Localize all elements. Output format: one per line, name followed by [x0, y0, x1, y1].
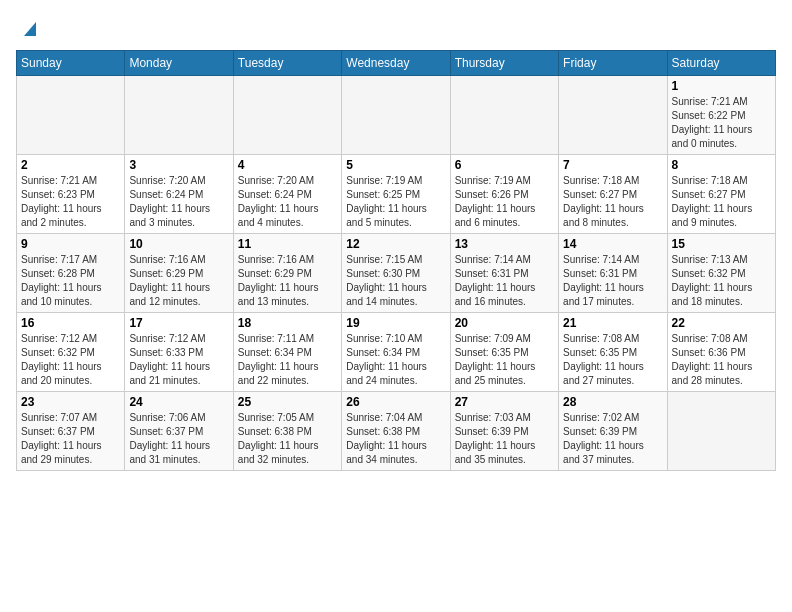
day-number: 3 — [129, 158, 228, 172]
calendar-cell: 6Sunrise: 7:19 AMSunset: 6:26 PMDaylight… — [450, 155, 558, 234]
day-info: Sunrise: 7:03 AMSunset: 6:39 PMDaylight:… — [455, 411, 554, 467]
calendar-cell: 13Sunrise: 7:14 AMSunset: 6:31 PMDayligh… — [450, 234, 558, 313]
day-info: Sunrise: 7:18 AMSunset: 6:27 PMDaylight:… — [563, 174, 662, 230]
calendar-cell — [233, 76, 341, 155]
day-info: Sunrise: 7:12 AMSunset: 6:32 PMDaylight:… — [21, 332, 120, 388]
calendar-cell: 4Sunrise: 7:20 AMSunset: 6:24 PMDaylight… — [233, 155, 341, 234]
calendar-cell: 10Sunrise: 7:16 AMSunset: 6:29 PMDayligh… — [125, 234, 233, 313]
day-number: 28 — [563, 395, 662, 409]
calendar-cell — [342, 76, 450, 155]
logo-icon — [20, 18, 40, 38]
day-number: 24 — [129, 395, 228, 409]
day-info: Sunrise: 7:16 AMSunset: 6:29 PMDaylight:… — [129, 253, 228, 309]
day-info: Sunrise: 7:04 AMSunset: 6:38 PMDaylight:… — [346, 411, 445, 467]
day-number: 18 — [238, 316, 337, 330]
day-number: 17 — [129, 316, 228, 330]
calendar-cell: 9Sunrise: 7:17 AMSunset: 6:28 PMDaylight… — [17, 234, 125, 313]
day-number: 8 — [672, 158, 771, 172]
calendar-header-saturday: Saturday — [667, 51, 775, 76]
calendar-week-2: 2Sunrise: 7:21 AMSunset: 6:23 PMDaylight… — [17, 155, 776, 234]
day-info: Sunrise: 7:07 AMSunset: 6:37 PMDaylight:… — [21, 411, 120, 467]
day-number: 14 — [563, 237, 662, 251]
day-number: 15 — [672, 237, 771, 251]
calendar-cell — [559, 76, 667, 155]
calendar-header-monday: Monday — [125, 51, 233, 76]
calendar-cell: 27Sunrise: 7:03 AMSunset: 6:39 PMDayligh… — [450, 392, 558, 471]
day-info: Sunrise: 7:17 AMSunset: 6:28 PMDaylight:… — [21, 253, 120, 309]
day-info: Sunrise: 7:08 AMSunset: 6:36 PMDaylight:… — [672, 332, 771, 388]
calendar-cell: 19Sunrise: 7:10 AMSunset: 6:34 PMDayligh… — [342, 313, 450, 392]
day-info: Sunrise: 7:21 AMSunset: 6:22 PMDaylight:… — [672, 95, 771, 151]
calendar-cell: 11Sunrise: 7:16 AMSunset: 6:29 PMDayligh… — [233, 234, 341, 313]
calendar-cell: 16Sunrise: 7:12 AMSunset: 6:32 PMDayligh… — [17, 313, 125, 392]
calendar-week-4: 16Sunrise: 7:12 AMSunset: 6:32 PMDayligh… — [17, 313, 776, 392]
day-number: 13 — [455, 237, 554, 251]
day-number: 12 — [346, 237, 445, 251]
calendar-table: SundayMondayTuesdayWednesdayThursdayFrid… — [16, 50, 776, 471]
day-info: Sunrise: 7:08 AMSunset: 6:35 PMDaylight:… — [563, 332, 662, 388]
day-number: 10 — [129, 237, 228, 251]
calendar-cell — [667, 392, 775, 471]
calendar-cell: 2Sunrise: 7:21 AMSunset: 6:23 PMDaylight… — [17, 155, 125, 234]
day-info: Sunrise: 7:13 AMSunset: 6:32 PMDaylight:… — [672, 253, 771, 309]
calendar-cell: 28Sunrise: 7:02 AMSunset: 6:39 PMDayligh… — [559, 392, 667, 471]
day-info: Sunrise: 7:10 AMSunset: 6:34 PMDaylight:… — [346, 332, 445, 388]
day-number: 23 — [21, 395, 120, 409]
day-info: Sunrise: 7:19 AMSunset: 6:25 PMDaylight:… — [346, 174, 445, 230]
day-number: 25 — [238, 395, 337, 409]
day-number: 5 — [346, 158, 445, 172]
calendar-cell: 21Sunrise: 7:08 AMSunset: 6:35 PMDayligh… — [559, 313, 667, 392]
day-info: Sunrise: 7:02 AMSunset: 6:39 PMDaylight:… — [563, 411, 662, 467]
day-number: 11 — [238, 237, 337, 251]
page-header — [16, 16, 776, 42]
calendar-cell: 1Sunrise: 7:21 AMSunset: 6:22 PMDaylight… — [667, 76, 775, 155]
calendar-cell: 12Sunrise: 7:15 AMSunset: 6:30 PMDayligh… — [342, 234, 450, 313]
calendar-cell: 17Sunrise: 7:12 AMSunset: 6:33 PMDayligh… — [125, 313, 233, 392]
svg-marker-0 — [24, 22, 36, 36]
day-number: 27 — [455, 395, 554, 409]
calendar-week-3: 9Sunrise: 7:17 AMSunset: 6:28 PMDaylight… — [17, 234, 776, 313]
calendar-cell: 7Sunrise: 7:18 AMSunset: 6:27 PMDaylight… — [559, 155, 667, 234]
day-info: Sunrise: 7:15 AMSunset: 6:30 PMDaylight:… — [346, 253, 445, 309]
calendar-week-5: 23Sunrise: 7:07 AMSunset: 6:37 PMDayligh… — [17, 392, 776, 471]
day-number: 9 — [21, 237, 120, 251]
calendar-cell: 25Sunrise: 7:05 AMSunset: 6:38 PMDayligh… — [233, 392, 341, 471]
calendar-cell — [17, 76, 125, 155]
day-info: Sunrise: 7:19 AMSunset: 6:26 PMDaylight:… — [455, 174, 554, 230]
day-info: Sunrise: 7:09 AMSunset: 6:35 PMDaylight:… — [455, 332, 554, 388]
day-info: Sunrise: 7:14 AMSunset: 6:31 PMDaylight:… — [563, 253, 662, 309]
calendar-cell: 3Sunrise: 7:20 AMSunset: 6:24 PMDaylight… — [125, 155, 233, 234]
calendar-header-thursday: Thursday — [450, 51, 558, 76]
calendar-cell: 23Sunrise: 7:07 AMSunset: 6:37 PMDayligh… — [17, 392, 125, 471]
calendar-header-sunday: Sunday — [17, 51, 125, 76]
logo — [16, 16, 40, 42]
day-info: Sunrise: 7:18 AMSunset: 6:27 PMDaylight:… — [672, 174, 771, 230]
calendar-cell: 8Sunrise: 7:18 AMSunset: 6:27 PMDaylight… — [667, 155, 775, 234]
day-number: 21 — [563, 316, 662, 330]
day-number: 7 — [563, 158, 662, 172]
calendar-header-tuesday: Tuesday — [233, 51, 341, 76]
day-info: Sunrise: 7:11 AMSunset: 6:34 PMDaylight:… — [238, 332, 337, 388]
day-number: 1 — [672, 79, 771, 93]
day-number: 20 — [455, 316, 554, 330]
calendar-cell: 14Sunrise: 7:14 AMSunset: 6:31 PMDayligh… — [559, 234, 667, 313]
day-number: 16 — [21, 316, 120, 330]
day-info: Sunrise: 7:14 AMSunset: 6:31 PMDaylight:… — [455, 253, 554, 309]
day-info: Sunrise: 7:06 AMSunset: 6:37 PMDaylight:… — [129, 411, 228, 467]
day-info: Sunrise: 7:21 AMSunset: 6:23 PMDaylight:… — [21, 174, 120, 230]
day-number: 19 — [346, 316, 445, 330]
day-number: 22 — [672, 316, 771, 330]
calendar-week-1: 1Sunrise: 7:21 AMSunset: 6:22 PMDaylight… — [17, 76, 776, 155]
day-info: Sunrise: 7:12 AMSunset: 6:33 PMDaylight:… — [129, 332, 228, 388]
calendar-cell: 15Sunrise: 7:13 AMSunset: 6:32 PMDayligh… — [667, 234, 775, 313]
calendar-cell: 24Sunrise: 7:06 AMSunset: 6:37 PMDayligh… — [125, 392, 233, 471]
day-number: 26 — [346, 395, 445, 409]
calendar-cell: 26Sunrise: 7:04 AMSunset: 6:38 PMDayligh… — [342, 392, 450, 471]
day-number: 6 — [455, 158, 554, 172]
calendar-cell — [125, 76, 233, 155]
calendar-cell — [450, 76, 558, 155]
calendar-cell: 18Sunrise: 7:11 AMSunset: 6:34 PMDayligh… — [233, 313, 341, 392]
day-info: Sunrise: 7:20 AMSunset: 6:24 PMDaylight:… — [129, 174, 228, 230]
day-info: Sunrise: 7:05 AMSunset: 6:38 PMDaylight:… — [238, 411, 337, 467]
day-number: 4 — [238, 158, 337, 172]
